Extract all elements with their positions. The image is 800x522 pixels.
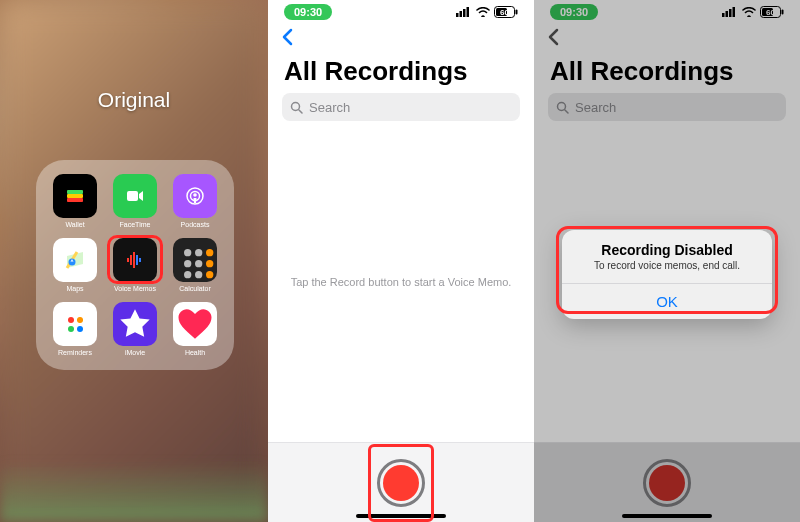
app-maps[interactable]: Maps bbox=[50, 238, 100, 292]
app-calculator[interactable]: Calculator bbox=[170, 238, 220, 292]
app-label: Maps bbox=[66, 285, 83, 292]
battery-icon: 60 bbox=[494, 6, 518, 18]
svg-rect-2 bbox=[67, 198, 83, 202]
voice-memos-icon bbox=[113, 238, 157, 282]
svg-point-20 bbox=[195, 271, 202, 278]
svg-rect-8 bbox=[127, 258, 129, 262]
back-button[interactable] bbox=[280, 28, 294, 50]
call-time-pill[interactable]: 09:30 bbox=[284, 4, 332, 20]
svg-point-6 bbox=[193, 193, 197, 197]
svg-rect-24 bbox=[463, 9, 466, 17]
wallet-icon bbox=[53, 174, 97, 218]
alert-dialog: Recording Disabled To record voice memos… bbox=[562, 230, 772, 319]
svg-rect-9 bbox=[130, 255, 132, 265]
svg-rect-11 bbox=[136, 255, 138, 265]
svg-line-31 bbox=[299, 110, 302, 113]
search-input[interactable]: Search bbox=[282, 93, 520, 121]
voice-memos-screen: 09:30 60 All Recordings Search Tap the R… bbox=[268, 0, 534, 522]
status-icons: 60 bbox=[456, 6, 518, 18]
svg-rect-25 bbox=[467, 7, 470, 17]
app-label: FaceTime bbox=[120, 221, 151, 228]
app-label: Health bbox=[185, 349, 205, 356]
chevron-left-icon bbox=[280, 28, 294, 46]
facetime-icon bbox=[113, 174, 157, 218]
svg-point-16 bbox=[184, 260, 191, 267]
svg-rect-0 bbox=[67, 190, 83, 194]
page-title: All Recordings bbox=[268, 54, 534, 93]
svg-point-17 bbox=[195, 260, 202, 267]
svg-point-15 bbox=[206, 249, 213, 256]
search-icon bbox=[290, 101, 303, 114]
health-icon bbox=[173, 302, 217, 346]
svg-point-30 bbox=[292, 102, 300, 110]
alert-title: Recording Disabled bbox=[562, 230, 772, 260]
cellular-icon bbox=[456, 7, 472, 17]
app-health[interactable]: Health bbox=[170, 302, 220, 356]
app-label: Podcasts bbox=[181, 221, 210, 228]
svg-rect-3 bbox=[127, 191, 138, 201]
app-label: Reminders bbox=[58, 349, 92, 356]
podcasts-icon bbox=[173, 174, 217, 218]
svg-point-18 bbox=[206, 260, 213, 267]
svg-rect-23 bbox=[460, 11, 463, 17]
alert-message: To record voice memos, end call. bbox=[562, 260, 772, 283]
app-podcasts[interactable]: Podcasts bbox=[170, 174, 220, 228]
app-voice-memos[interactable]: Voice Memos bbox=[110, 238, 160, 292]
app-label: Calculator bbox=[179, 285, 211, 292]
record-bar bbox=[268, 442, 534, 522]
wifi-icon bbox=[476, 7, 490, 17]
homescreen-panel: Original Wallet FaceTime Podcasts bbox=[0, 0, 268, 522]
app-label: iMovie bbox=[125, 349, 145, 356]
calculator-icon bbox=[173, 238, 217, 282]
svg-point-21 bbox=[206, 271, 213, 278]
app-wallet[interactable]: Wallet bbox=[50, 174, 100, 228]
svg-point-13 bbox=[184, 249, 191, 256]
svg-rect-22 bbox=[456, 13, 459, 17]
app-folder: Wallet FaceTime Podcasts Maps bbox=[36, 160, 234, 370]
app-reminders[interactable]: Reminders bbox=[50, 302, 100, 356]
record-button[interactable] bbox=[377, 459, 425, 507]
svg-text:60: 60 bbox=[500, 8, 509, 17]
home-indicator[interactable] bbox=[356, 514, 446, 518]
svg-point-14 bbox=[195, 249, 202, 256]
nav-bar bbox=[268, 24, 534, 54]
record-dot-icon bbox=[383, 465, 419, 501]
app-label: Voice Memos bbox=[114, 285, 156, 292]
app-facetime[interactable]: FaceTime bbox=[110, 174, 160, 228]
voice-memos-alert-screen: 09:30 60 All Recordings Search Tap the R… bbox=[534, 0, 800, 522]
reminders-icon bbox=[53, 302, 97, 346]
search-placeholder: Search bbox=[309, 100, 350, 115]
maps-icon bbox=[53, 238, 97, 282]
status-bar: 09:30 60 bbox=[268, 0, 534, 24]
dock-blur bbox=[0, 462, 268, 522]
app-label: Wallet bbox=[65, 221, 84, 228]
svg-point-19 bbox=[184, 271, 191, 278]
alert-ok-button[interactable]: OK bbox=[562, 283, 772, 319]
svg-rect-28 bbox=[516, 10, 518, 15]
imovie-icon bbox=[113, 302, 157, 346]
svg-rect-10 bbox=[133, 252, 135, 268]
folder-title: Original bbox=[0, 88, 268, 112]
empty-hint: Tap the Record button to start a Voice M… bbox=[268, 121, 534, 442]
app-imovie[interactable]: iMovie bbox=[110, 302, 160, 356]
svg-rect-1 bbox=[67, 194, 83, 198]
svg-rect-12 bbox=[139, 258, 141, 262]
